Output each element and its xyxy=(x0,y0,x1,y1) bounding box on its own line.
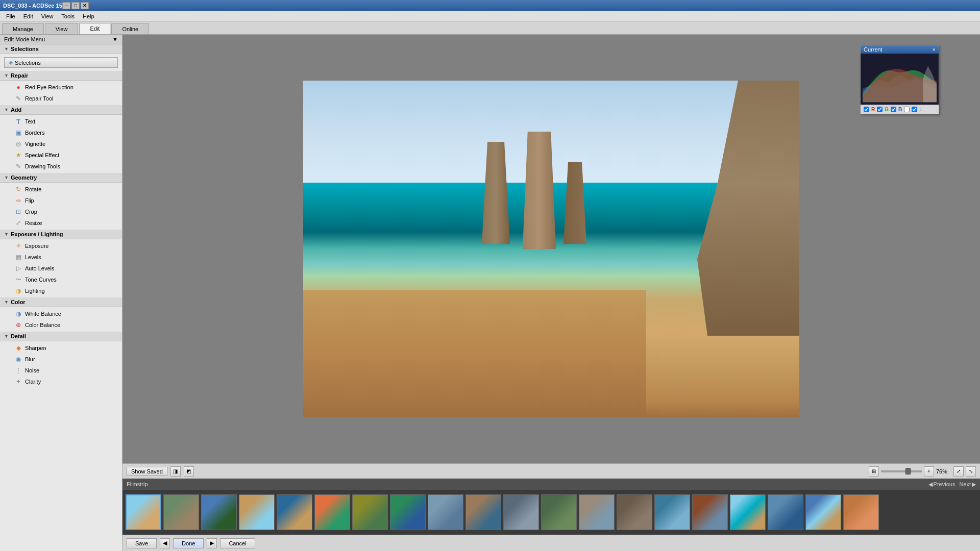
save-button[interactable]: Save xyxy=(127,538,157,548)
tab-view[interactable]: View xyxy=(45,23,79,34)
histogram-close-button[interactable]: × xyxy=(933,46,936,53)
filmstrip-thumb-10[interactable] xyxy=(465,494,501,530)
filmstrip: Filmstrip ◀ Previous Next ▶ xyxy=(122,479,980,535)
tab-manage[interactable]: Manage xyxy=(2,23,44,34)
tab-online[interactable]: Online xyxy=(111,23,149,34)
noise-item[interactable]: ⋮ Noise xyxy=(0,365,122,376)
zoom-fit-button[interactable]: ⊞ xyxy=(869,466,879,477)
auto-levels-item[interactable]: ▷ Auto Levels xyxy=(0,263,122,274)
filmstrip-thumb-3[interactable] xyxy=(201,494,237,530)
histogram-b-label: B xyxy=(898,107,902,112)
filmstrip-thumb-19[interactable] xyxy=(805,494,841,530)
section-header-repair[interactable]: ▼ Repair xyxy=(0,71,122,81)
filmstrip-thumb-16[interactable] xyxy=(692,494,728,530)
section-header-geometry[interactable]: ▼ Geometry xyxy=(0,173,122,183)
tab-edit[interactable]: Edit xyxy=(79,23,110,34)
show-saved-button[interactable]: Show Saved xyxy=(127,467,167,476)
zoom-slider[interactable] xyxy=(881,470,922,472)
section-header-add[interactable]: ▼ Add xyxy=(0,105,122,115)
borders-item[interactable]: ▣ Borders xyxy=(0,127,122,138)
filmstrip-thumb-8[interactable] xyxy=(390,494,426,530)
vignette-item[interactable]: ◎ Vignette xyxy=(0,138,122,149)
edit-mode-arrow: ▼ xyxy=(112,36,118,42)
done-button[interactable]: Done xyxy=(173,538,204,548)
histogram-check-g[interactable] xyxy=(877,107,883,112)
close-button[interactable]: ✕ xyxy=(81,2,89,9)
red-eye-label: Red Eye Reduction xyxy=(25,84,74,90)
filmstrip-thumb-14[interactable] xyxy=(617,494,652,530)
rotate-item[interactable]: ↻ Rotate xyxy=(0,184,122,195)
collapse-icon-color: ▼ xyxy=(4,299,9,305)
menu-file[interactable]: File xyxy=(2,12,19,20)
collapse-icon-geometry: ▼ xyxy=(4,175,9,180)
repair-tool-item[interactable]: ✎ Repair Tool xyxy=(0,93,122,104)
clarity-item[interactable]: ✦ Clarity xyxy=(0,376,122,387)
zoom-in-button[interactable]: + xyxy=(924,466,934,477)
zoom-expand-button[interactable]: ⤢ xyxy=(953,466,964,477)
section-geometry: ▼ Geometry ↻ Rotate ⇔ Flip ⊡ Crop ⤢ xyxy=(0,173,122,230)
red-eye-reduction-item[interactable]: ● Red Eye Reduction xyxy=(0,82,122,93)
special-effect-item[interactable]: ★ Special Effect xyxy=(0,149,122,161)
selections-button[interactable]: ◈ Selections xyxy=(4,57,118,68)
menu-edit[interactable]: Edit xyxy=(19,12,37,20)
menu-tools[interactable]: Tools xyxy=(57,12,79,20)
exposure-items: ☀ Exposure ▦ Levels ▷ Auto Levels 〜 Tone… xyxy=(0,239,122,297)
filmstrip-thumb-7[interactable] xyxy=(352,494,388,530)
section-label-exposure: Exposure / Lighting xyxy=(11,231,63,237)
filmstrip-thumb-11[interactable] xyxy=(503,494,539,530)
tone-curves-item[interactable]: 〜 Tone Curves xyxy=(0,274,122,285)
filmstrip-thumb-18[interactable] xyxy=(768,494,803,530)
section-label-selections: Selections xyxy=(11,46,39,52)
filmstrip-thumb-13[interactable] xyxy=(579,494,615,530)
minimize-button[interactable]: ─ xyxy=(62,2,70,9)
section-header-detail[interactable]: ▼ Detail xyxy=(0,332,122,341)
section-header-exposure[interactable]: ▼ Exposure / Lighting xyxy=(0,230,122,239)
color-balance-item[interactable]: ⊕ Color Balance xyxy=(0,319,122,331)
histogram-check-l[interactable] xyxy=(912,107,917,112)
filmstrip-thumb-6[interactable] xyxy=(314,494,350,530)
filmstrip-thumb-15[interactable] xyxy=(654,494,690,530)
sharpen-label: Sharpen xyxy=(25,345,46,351)
resize-item[interactable]: ⤢ Resize xyxy=(0,217,122,229)
prev-image-button[interactable]: ◀ xyxy=(160,538,170,548)
crop-item[interactable]: ⊡ Crop xyxy=(0,206,122,217)
edit-mode-menu-header[interactable]: Edit Mode Menu ▼ xyxy=(0,35,122,44)
special-effect-label: Special Effect xyxy=(25,152,59,158)
lighting-item[interactable]: ◑ Lighting xyxy=(0,285,122,296)
toolbar-icon-2[interactable]: ◩ xyxy=(184,466,194,477)
menu-view[interactable]: View xyxy=(37,12,58,20)
cancel-button[interactable]: Cancel xyxy=(220,538,255,548)
filmstrip-thumb-1[interactable] xyxy=(126,494,161,530)
text-item[interactable]: T Text xyxy=(0,116,122,127)
next-button[interactable]: Next ▶ xyxy=(959,481,976,488)
filmstrip-thumb-9[interactable] xyxy=(428,494,463,530)
selections-items: ◈ Selections xyxy=(0,54,122,71)
section-header-selections[interactable]: ▼ Selections xyxy=(0,44,122,54)
levels-item[interactable]: ▦ Levels xyxy=(0,252,122,263)
menu-help[interactable]: Help xyxy=(79,12,99,20)
maximize-button[interactable]: □ xyxy=(71,2,80,9)
histogram-check-b[interactable] xyxy=(891,107,896,112)
previous-button[interactable]: ◀ Previous xyxy=(928,481,955,488)
section-header-color[interactable]: ▼ Color xyxy=(0,297,122,307)
blur-item[interactable]: ◉ Blur xyxy=(0,354,122,365)
filmstrip-thumb-12[interactable] xyxy=(541,494,577,530)
rotate-label: Rotate xyxy=(25,186,41,192)
sharpen-item[interactable]: ◆ Sharpen xyxy=(0,342,122,354)
histogram-check-empty[interactable] xyxy=(904,107,910,112)
toolbar-icon-1[interactable]: ◨ xyxy=(170,466,181,477)
left-panel: Edit Mode Menu ▼ ▼ Selections ◈ Selectio… xyxy=(0,35,122,551)
filmstrip-thumb-4[interactable] xyxy=(239,494,275,530)
white-balance-item[interactable]: ◑ White Balance xyxy=(0,308,122,319)
flip-item[interactable]: ⇔ Flip xyxy=(0,195,122,206)
exposure-item[interactable]: ☀ Exposure xyxy=(0,240,122,252)
filmstrip-thumb-2[interactable] xyxy=(163,494,199,530)
drawing-tools-item[interactable]: ✎ Drawing Tools xyxy=(0,161,122,172)
filmstrip-thumb-20[interactable] xyxy=(843,494,879,530)
next-image-button[interactable]: ▶ xyxy=(207,538,217,548)
zoom-shrink-button[interactable]: ⤡ xyxy=(966,466,976,477)
selections-icon: ◈ xyxy=(9,59,13,66)
histogram-check-r[interactable] xyxy=(864,107,869,112)
filmstrip-thumb-5[interactable] xyxy=(277,494,312,530)
filmstrip-thumb-17[interactable] xyxy=(730,494,766,530)
